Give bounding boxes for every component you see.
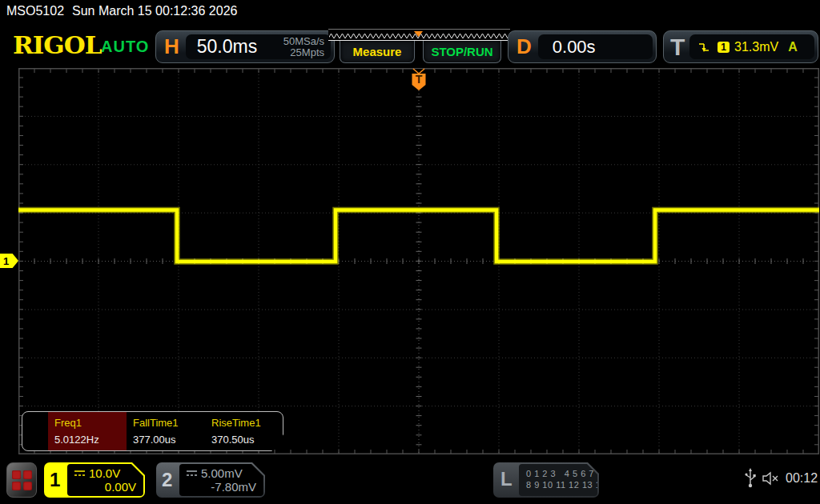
clock-readout: 00:12: [786, 471, 818, 486]
trigger-box[interactable]: T 1 31.3mV A: [663, 30, 818, 63]
sample-rate-readout: 50MSa/s25Mpts: [283, 36, 324, 58]
measurement-label: Freq1: [54, 417, 127, 429]
trigger-source-badge: 1: [718, 42, 730, 53]
delay-box[interactable]: D 0.00s: [508, 30, 657, 63]
channel1-status-box[interactable]: 1 10.0V 0.00V: [44, 462, 145, 498]
timebase-value: 50.0ms: [197, 36, 283, 58]
oscilloscope-screen: MSO5102Sun March 15 00:12:36 2026 RIGOL …: [0, 0, 820, 504]
dc-coupling-icon: [74, 470, 86, 477]
measurement-value: 377.00us: [133, 434, 205, 446]
stop-run-button[interactable]: STOP/RUN: [423, 41, 501, 63]
trigger-sweep-mode: A: [788, 40, 798, 54]
logic-analyzer-badge: L: [500, 468, 512, 490]
display-grid-menu-icon[interactable]: [6, 462, 37, 498]
memory-depth: 25Mpts: [290, 46, 324, 58]
delay-value: 0.00s: [553, 37, 596, 58]
channel2-badge: 2: [162, 469, 172, 491]
channel2-readout: 5.00mV -7.80mV: [179, 464, 263, 496]
sample-rate: 50MSa/s: [283, 35, 324, 47]
graticule: T: [18, 68, 819, 454]
channel2-status-box[interactable]: 2 5.00mV -7.80mV: [156, 462, 265, 498]
measurement-freq1[interactable]: Freq1 5.0122Hz: [48, 412, 127, 450]
dc-coupling-icon: [186, 470, 198, 477]
grid-icon-square: [23, 470, 32, 479]
channel1-offset: 0.00V: [105, 480, 136, 494]
measurement-falltime1[interactable]: FallTime1 377.00us: [127, 412, 205, 450]
channel1-badge: 1: [50, 469, 60, 491]
trigger-position-marker[interactable]: T: [412, 69, 426, 90]
speaker-muted-icon[interactable]: [762, 471, 781, 486]
measurement-label: RiseTime1: [211, 417, 283, 429]
status-bar: MSO5102Sun March 15 00:12:36 2026: [6, 4, 237, 18]
preview-zigzag-icon: [328, 30, 508, 41]
measurement-risetime1[interactable]: RiseTime1 370.50us: [205, 412, 283, 450]
horizontal-label: H: [164, 34, 179, 59]
measurement-panel[interactable]: Freq1 5.0122Hz FallTime1 377.00us RiseTi…: [22, 411, 283, 451]
digital-channels-row2: 8 9 10 11 12 13 14 15: [526, 479, 597, 490]
digital-channels-row1: 0 1 2 3 4 5 6 7: [526, 468, 597, 479]
channel1-marker-label: 1: [3, 255, 9, 267]
measurement-value: 370.50us: [211, 434, 283, 446]
trigger-level-value: 31.3mV: [734, 40, 778, 54]
usb-icon: [744, 468, 757, 489]
channel1-position-marker[interactable]: 1: [0, 254, 18, 268]
channel2-offset: -7.80mV: [211, 480, 256, 494]
trigger-label: T: [670, 34, 685, 61]
rigol-logo: RIGOL: [13, 32, 102, 59]
measure-button[interactable]: Measure: [340, 41, 415, 63]
acquisition-mode-indicator: AUTO: [101, 38, 149, 56]
grid-icon-square: [23, 482, 32, 490]
grid-icon-square: [12, 482, 21, 490]
delay-label: D: [517, 34, 532, 59]
grid-icon-square: [12, 470, 21, 479]
horizontal-timebase-box[interactable]: H 50.0ms 50MSa/s25Mpts: [155, 30, 335, 63]
measurement-value: 5.0122Hz: [54, 434, 127, 446]
datetime: Sun March 15 00:12:36 2026: [72, 4, 237, 18]
falling-edge-trigger-icon: [697, 41, 711, 54]
waveform-preview-strip[interactable]: [328, 29, 510, 41]
digital-channels-readout: 0 1 2 3 4 5 6 7 8 9 10 11 12 13 14 15: [519, 464, 597, 496]
channel2-scale: 5.00mV: [201, 466, 243, 480]
measurement-label: FallTime1: [133, 417, 205, 429]
trigger-marker-letter: T: [416, 73, 423, 86]
model-name: MSO5102: [6, 4, 64, 18]
channel1-scale: 10.0V: [89, 466, 120, 480]
logic-analyzer-status-box[interactable]: L 0 1 2 3 4 5 6 7 8 9 10 11 12 13 14 15: [493, 462, 599, 498]
channel1-readout: 10.0V 0.00V: [67, 464, 143, 496]
